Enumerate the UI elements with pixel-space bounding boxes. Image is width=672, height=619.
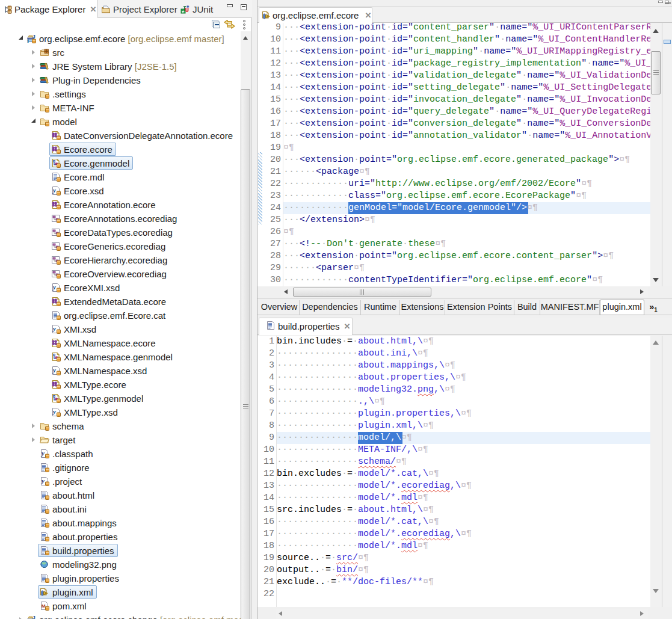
svg-text:i: i <box>27 37 29 43</box>
svg-text:y: y <box>52 408 56 415</box>
svg-text:y: y <box>52 186 56 194</box>
svg-text:y: y <box>52 283 56 291</box>
svg-text:y: y <box>52 366 56 374</box>
svg-text:M: M <box>42 603 46 609</box>
svg-text:J: J <box>32 615 35 619</box>
svg-text:y: y <box>52 325 56 332</box>
svg-text:y: y <box>40 477 45 484</box>
svg-text:J: J <box>32 34 35 40</box>
svg-text:y: y <box>40 449 45 457</box>
